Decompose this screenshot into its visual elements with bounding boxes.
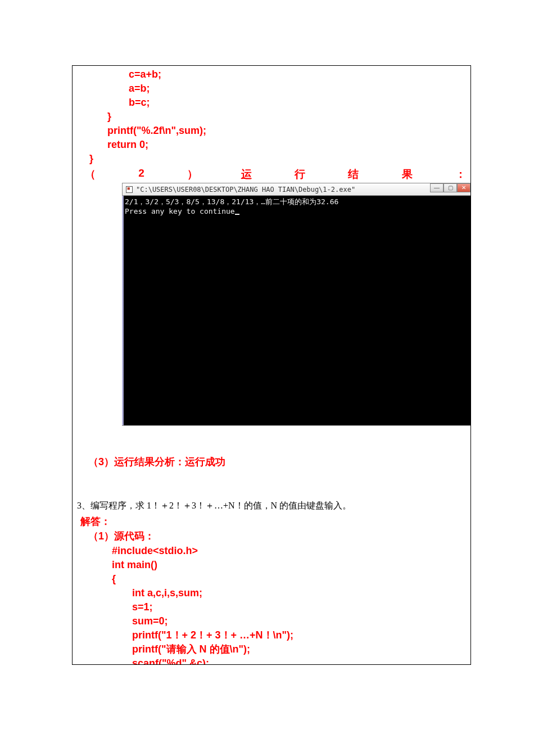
console-line: 2/1，3/2，5/3，8/5，13/8，21/13，…前二十项的和为32.66 — [125, 197, 468, 206]
code-line: { — [112, 572, 470, 586]
minimize-button[interactable]: — — [430, 183, 444, 192]
analysis-heading: （3）运行结果分析：运行成功 — [88, 455, 470, 469]
cursor-icon — [235, 214, 239, 215]
code-line: printf("1！+ 2！+ 3！+ …+N！\n"); — [112, 628, 470, 642]
console-output: 2/1，3/2，5/3，8/5，13/8，21/13，…前二十项的和为32.66… — [123, 196, 470, 217]
code-line: printf("请输入 N 的值\n"); — [112, 642, 470, 656]
heading-char: 结 — [348, 167, 359, 182]
code-line: int main() — [112, 558, 470, 572]
code-line: scanf("%d",&c); — [112, 656, 470, 665]
maximize-button[interactable]: ▢ — [444, 183, 457, 192]
heading-colon: ： — [455, 167, 466, 182]
paren-open: （ — [85, 167, 96, 182]
heading-char: 运 — [241, 167, 252, 182]
question-text: 3、编写程序，求 1！＋2！＋3！＋…+N！的值，N 的值由键盘输入。 — [77, 500, 470, 512]
heading-char: 行 — [295, 167, 305, 182]
code-line: } — [107, 110, 470, 124]
console-title: "C:\USERS\USER08\DESKTOP\ZHANG HAO TIAN\… — [136, 186, 355, 194]
code-line: b=c; — [129, 96, 470, 110]
code-line: #include<stdio.h> — [112, 544, 470, 558]
code-line: sum=0; — [112, 614, 470, 628]
code-block-bottom: #include<stdio.h> int main() { int a,c,i… — [73, 544, 470, 665]
paren-close: ） — [187, 167, 198, 182]
code-line: return 0; — [107, 138, 470, 152]
heading-number: 2 — [138, 167, 144, 182]
code-line: printf("%.2f\n",sum); — [107, 124, 470, 138]
code-line: c=a+b; — [129, 68, 470, 82]
page-frame: c=a+b; a=b; b=c; } printf("%.2f\n",sum);… — [72, 65, 471, 665]
code-line: a=b; — [129, 82, 470, 96]
console-window: "C:\USERS\USER08\DESKTOP\ZHANG HAO TIAN\… — [122, 183, 471, 426]
code-line: int a,c,i,s,sum; — [112, 586, 470, 600]
window-controls: — ▢ ✕ — [430, 183, 470, 194]
console-border — [122, 196, 124, 425]
run-result-heading: （ 2 ） 运 行 结 果 ： — [73, 167, 470, 182]
console-line: Press any key to continue — [125, 206, 468, 216]
heading-char: 果 — [402, 167, 413, 182]
close-button[interactable]: ✕ — [457, 183, 470, 192]
terminal-icon — [126, 186, 133, 193]
console-titlebar[interactable]: "C:\USERS\USER08\DESKTOP\ZHANG HAO TIAN\… — [123, 183, 470, 196]
source-code-label: （1）源代码： — [88, 529, 470, 543]
code-block-top: c=a+b; a=b; b=c; } printf("%.2f\n",sum);… — [73, 66, 470, 166]
code-line: s=1; — [112, 600, 470, 614]
answer-label: 解答： — [80, 515, 470, 528]
code-line: } — [89, 152, 470, 166]
